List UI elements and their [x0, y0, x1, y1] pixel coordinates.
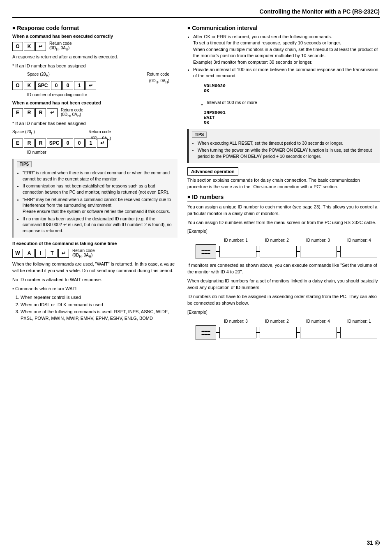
monitor-1-2 [260, 246, 297, 257]
err-code-row: E R R ↵ Return code (0DH, 0AH) [12, 108, 178, 118]
tips-list-left: "ERR" is returned when there is no relev… [23, 170, 174, 234]
wait-commands-label: • Commands which return WAIT: [12, 286, 178, 292]
tips-item-3: "ERR" may be returned when a command can… [23, 197, 174, 215]
id-desc2: You can assign ID numbers either from th… [187, 220, 380, 226]
tips-title-right: TIPS [192, 132, 207, 138]
cell-SPC2: SPC [47, 139, 62, 148]
cell-O2: O [12, 81, 23, 90]
right-column: Communication interval After OK or ERR i… [187, 25, 380, 343]
advanced-text: This section explains commands for daisy… [187, 177, 380, 190]
monitor-labels-row-1: ID number: 1 ID number: 2 ID number: 3 I… [215, 238, 380, 243]
monitor-1-3 [300, 246, 337, 257]
cell-K: K [24, 42, 35, 51]
cell-1b: 1 [85, 139, 96, 148]
interval-label: Interval of 100 ms or more [207, 100, 257, 105]
taking-time-label: If execution of the command is taking so… [12, 241, 178, 246]
wait-code-row: W A I T ↵ Return code (0DH, 0AH) [12, 248, 178, 259]
return-annotation-1: Return code (0DH, 0AH) [49, 41, 71, 51]
not-exec-id-label: * If an ID number has been assigned [12, 120, 178, 127]
example1-desc: If monitors are connected as shown above… [187, 262, 380, 275]
comm-code-block-2: INPS0001 WAIT OK [196, 110, 380, 125]
cell-R3: R [24, 139, 35, 148]
mon-label-2-2: ID number: 2 [256, 319, 297, 324]
cell-I: I [35, 249, 46, 258]
wait-desc1: When the following commands are used, "W… [12, 261, 178, 274]
mon-label-1-4: ID number: 4 [339, 238, 380, 243]
cell-ret2: ↵ [85, 81, 96, 90]
tips-item-4: If no monitor has been assigned the desi… [23, 216, 174, 234]
example1-label: [Example] [187, 228, 380, 235]
wait-cmd-1: When repeater control is used [21, 294, 178, 301]
page-circle: ⓒ [375, 540, 380, 546]
code-ok1: OK [204, 88, 380, 93]
monitor-labels-row-2: ID number: 3 ID number: 2 ID number: 4 I… [215, 319, 380, 324]
cell-0d: 0 [74, 139, 85, 148]
advanced-label: Advanced operation [191, 169, 235, 174]
mon-label-1-1: ID number: 1 [215, 238, 256, 243]
cell-0a: 0 [51, 81, 62, 90]
monitor-2-3 [300, 327, 337, 338]
mon-label-1-3: ID number: 3 [297, 238, 339, 243]
cell-ret5: ↵ [58, 249, 69, 258]
code-volm: VOLM0020 [204, 83, 380, 88]
monitor-2-1 [219, 327, 256, 338]
tips-item-2: If communication has not been establishe… [23, 183, 174, 195]
monitor-1-1 [219, 246, 256, 257]
tips-box-right: TIPS When executing ALL RESET, set the t… [187, 129, 380, 163]
comm-interval-diagram: VOLM0020 OK ↓ Interval of 100 ms or more… [187, 83, 380, 125]
return-annotation-2: Return code (0DH, 0AH) [61, 108, 83, 118]
cell-ret4: ↵ [97, 139, 108, 148]
cell-return1: ↵ [35, 42, 46, 51]
page-header: Controlling the Monitor with a PC (RS-23… [12, 8, 380, 18]
cell-0b: 0 [62, 81, 73, 90]
comm-interval-title: Communication interval [187, 25, 380, 31]
cell-R4: R [35, 139, 46, 148]
cell-R1: R [24, 108, 35, 117]
id-number-label: ID number [27, 150, 178, 155]
pc-box-1: ▬▬▬ ▬▬▬ [196, 244, 216, 259]
id-assigned-label-1: * If an ID number has been assigned [12, 63, 178, 69]
monitor-row-2: ▬▬▬ ▬▬▬ [196, 325, 380, 340]
tips-title-left: TIPS [17, 161, 32, 167]
mon-label-2-3: ID number: 4 [297, 319, 339, 324]
wait-cmd-3: When one of the following commands is us… [21, 309, 178, 321]
response-format-title: Response code format [12, 25, 178, 31]
comm-bullet-2: Provide an interval of 100 ms or more be… [193, 67, 380, 79]
cell-O: O [12, 42, 23, 51]
example2-label: [Example] [187, 309, 380, 316]
err-spc-row: E R R SPC 0 0 1 ↵ [12, 139, 178, 148]
advanced-operation-box: Advanced operation [187, 167, 238, 176]
pc-box-2: ▬▬▬ ▬▬▬ [196, 325, 216, 340]
cell-K2: K [24, 81, 35, 90]
cell-E1: E [12, 108, 23, 117]
not-exec-label: When a command has not been executed [12, 100, 178, 105]
cell-SPC1: SPC [35, 81, 50, 90]
id-monitor-label-1: ID number of responding monitor [27, 92, 178, 97]
left-column: Response code format When a command has … [12, 25, 178, 343]
code-inps: INPS0001 [204, 110, 380, 115]
advanced-operation-container: Advanced operation This section explains… [187, 167, 380, 190]
code-wait: WAIT [204, 115, 380, 120]
tips-right-2: When turning the power on while the POWE… [198, 147, 376, 159]
mon-label-1-2: ID number: 2 [256, 238, 297, 243]
page: Controlling the Monitor with a PC (RS-23… [0, 0, 392, 555]
tips-box-left: TIPS "ERR" is returned when there is no … [12, 159, 178, 238]
wait-cmd-2: When an IDSL or IDLK command is used [21, 302, 178, 308]
comm-interval-list: After OK or ERR is returned, you must se… [193, 34, 380, 79]
comm-code-block: VOLM0020 OK [196, 83, 380, 93]
cell-1a: 1 [74, 81, 85, 90]
tips-item-1: "ERR" is returned when there is no relev… [23, 170, 174, 182]
down-arrow-icon: ↓ [200, 97, 204, 108]
ok-code-row: O K ↵ Return code (0DH, 0AH) [12, 41, 178, 51]
mon-label-2-1: ID number: 3 [215, 319, 256, 324]
wait-commands-list: When repeater control is used When an ID… [21, 294, 178, 321]
cell-W: W [12, 249, 23, 258]
mon-label-2-4: ID number: 1 [339, 319, 380, 324]
cell-0c: 0 [62, 139, 73, 148]
id-desc4: ID numbers do not have to be assigned in… [187, 294, 380, 307]
wait-desc2: No ID number is attached to WAIT respons… [12, 277, 178, 283]
main-content: Response code format When a command has … [12, 25, 380, 343]
code-ok2: OK [204, 120, 380, 125]
comm-bullet-1: After OK or ERR is returned, you must se… [193, 34, 380, 65]
ok-spc-row: O K SPC 0 0 1 ↵ [12, 81, 178, 90]
